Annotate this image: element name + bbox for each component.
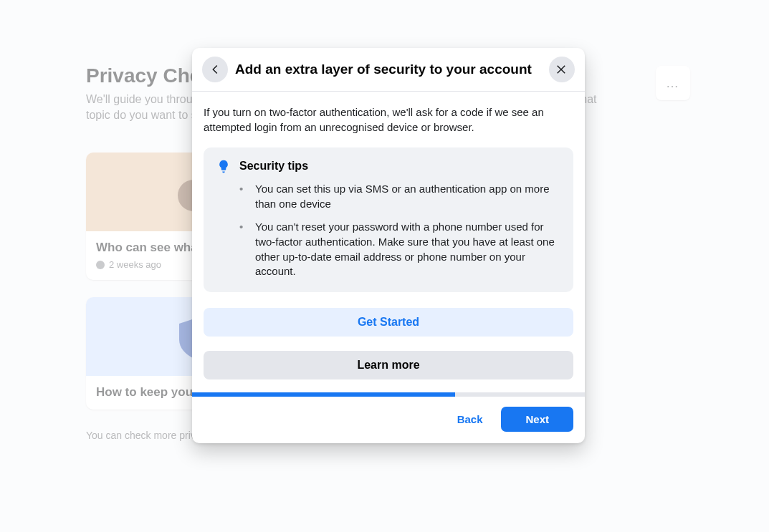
security-tips-title: Security tips bbox=[239, 160, 308, 173]
security-tips-box: Security tips You can set this up via SM… bbox=[204, 147, 573, 292]
security-tip-item: You can set this up via SMS or an authen… bbox=[239, 182, 560, 211]
modal-header: Add an extra layer of security to your a… bbox=[192, 48, 585, 92]
back-icon-button[interactable] bbox=[202, 57, 228, 82]
two-factor-modal: Add an extra layer of security to your a… bbox=[192, 48, 585, 443]
modal-title: Add an extra layer of security to your a… bbox=[235, 62, 542, 77]
modal-footer: Back Next bbox=[192, 397, 585, 443]
modal-intro-text: If you turn on two-factor authentication… bbox=[204, 105, 573, 135]
lightbulb-icon bbox=[216, 159, 231, 173]
arrow-left-icon bbox=[209, 63, 221, 76]
learn-more-button[interactable]: Learn more bbox=[204, 351, 573, 379]
get-started-button[interactable]: Get Started bbox=[204, 308, 573, 337]
close-icon bbox=[555, 63, 568, 76]
close-icon-button[interactable] bbox=[549, 57, 575, 82]
next-button[interactable]: Next bbox=[501, 407, 573, 432]
security-tip-item: You can't reset your password with a pho… bbox=[239, 220, 560, 279]
back-button[interactable]: Back bbox=[449, 407, 492, 431]
